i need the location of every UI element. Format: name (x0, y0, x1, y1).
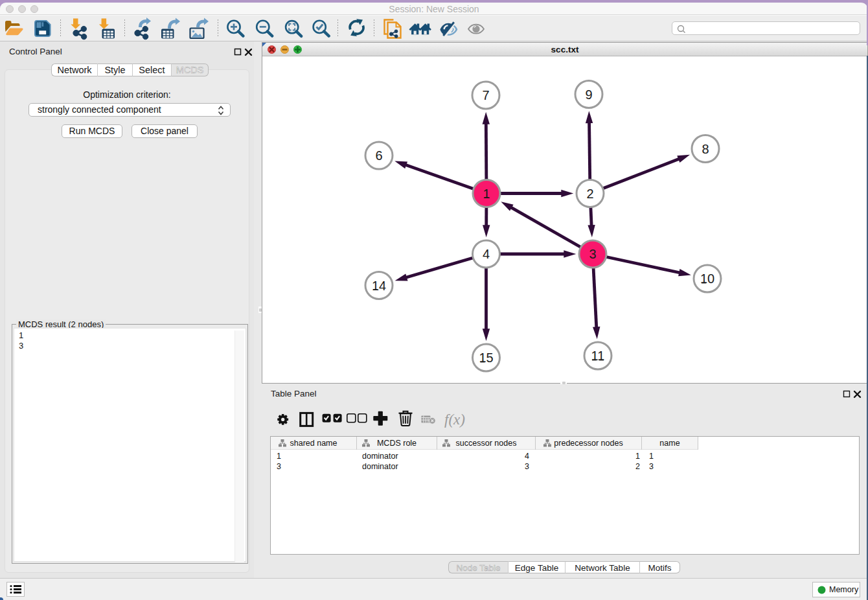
svg-text:9: 9 (585, 87, 592, 102)
svg-text:15: 15 (479, 351, 493, 365)
svg-text:2: 2 (586, 187, 593, 201)
svg-text:10: 10 (700, 271, 714, 286)
svg-text:f(x): f(x) (444, 411, 465, 428)
svg-text:3: 3 (589, 247, 596, 261)
svg-text:6: 6 (375, 148, 382, 163)
svg-text:8: 8 (702, 142, 709, 156)
svg-text:1: 1 (483, 187, 490, 201)
svg-text:4: 4 (483, 247, 490, 261)
svg-text:7: 7 (482, 88, 489, 102)
svg-text:14: 14 (372, 279, 386, 293)
svg-text:11: 11 (591, 349, 605, 363)
